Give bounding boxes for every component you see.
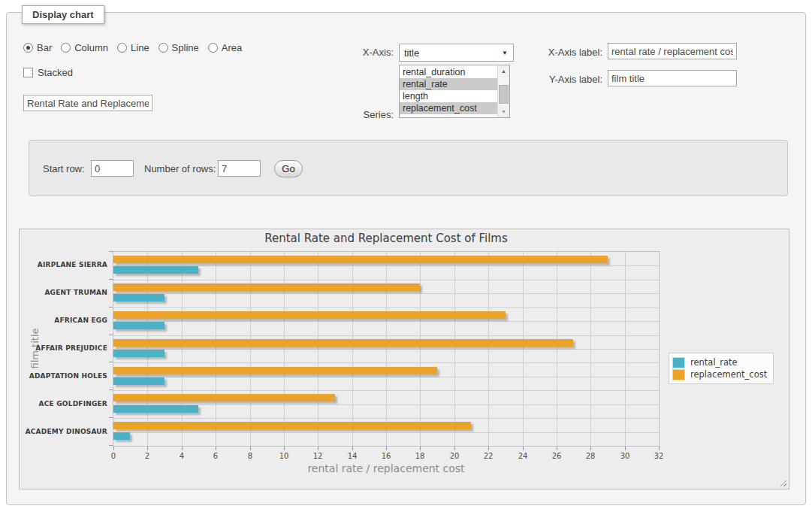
category-label: AFRICAN EGG [20,317,107,324]
category-label: AFFAIR PREJUDICE [20,344,107,352]
bar-rental_rate[interactable] [113,432,130,440]
gridline-horizontal [113,280,659,280]
x-tick-mark [590,447,591,450]
legend-swatch-rental_rate [673,358,684,368]
x-tick-mark [250,447,251,450]
bar-rental_rate[interactable] [113,266,198,274]
bar-replacement_cost[interactable] [113,394,335,401]
x-axis-label-input[interactable] [608,43,737,59]
y-tick-mark [109,251,113,252]
x-tick-mark [147,447,148,450]
x-tick-mark [420,447,421,450]
gridline-horizontal [113,335,659,336]
display-chart-fieldset: Display chart BarColumnLineSplineArea St… [6,12,806,505]
x-tick-label: 32 [654,452,664,460]
bar-rental_rate[interactable] [113,377,165,385]
legend-item: replacement_cost [673,368,767,380]
y-tick-mark [109,307,113,308]
gridline-horizontal [113,418,659,419]
gridline-horizontal [113,377,659,377]
chart-type-option-label: Bar [37,42,52,53]
chart-type-option-line[interactable]: Line [117,42,149,53]
legend-swatch-replacement_cost [673,370,684,380]
chart-type-option-spline[interactable]: Spline [158,42,199,53]
series-option-length[interactable]: length [400,90,497,102]
chart-type-option-area[interactable]: Area [208,42,242,53]
start-row-input[interactable] [91,160,134,177]
bar-rental_rate[interactable] [113,350,165,357]
chart-title: Rental Rate and Replacement Cost of Film… [113,232,660,245]
x-tick-label: 16 [382,452,391,460]
x-tick-mark [216,447,216,450]
x-tick-label: 24 [518,452,528,460]
resize-handle-icon[interactable] [779,479,786,486]
x-tick-label: 20 [450,452,460,460]
chart-type-option-bar[interactable]: Bar [23,42,52,53]
bar-replacement_cost[interactable] [113,367,437,374]
x-tick-label: 6 [213,452,218,460]
gridline-horizontal [113,362,659,363]
radio-button-icon[interactable] [208,43,218,53]
go-button[interactable]: Go [274,160,303,177]
scroll-down-icon[interactable]: ▼ [498,106,509,117]
bar-rental_rate[interactable] [113,322,165,329]
bar-rental_rate[interactable] [113,294,165,301]
x-tick-label: 28 [586,452,596,460]
x-tick-mark [557,447,557,450]
series-multiselect[interactable]: rental_durationrental_ratelengthreplacem… [399,65,510,118]
gridline-horizontal [113,308,659,308]
x-tick-mark [386,447,387,450]
x-tick-label: 2 [145,452,149,460]
chart-type-option-label: Line [131,42,149,53]
number-of-rows-label: Number of rows: [144,163,216,174]
bar-replacement_cost[interactable] [113,339,573,347]
x-tick-mark [182,447,183,450]
y-axis-label-caption: Y-Axis label: [465,74,602,85]
y-tick-mark [109,279,113,280]
x-axis-selected-value: title [404,47,419,59]
x-tick-mark [113,447,114,450]
x-tick-label: 26 [552,452,562,460]
x-tick-label: 30 [620,452,630,460]
chart-type-radio-group: BarColumnLineSplineArea [23,42,251,53]
stacked-checkbox[interactable] [23,68,33,77]
chart-legend: rental_ratereplacement_cost [669,353,774,384]
legend-label: rental_rate [690,357,738,368]
bar-rental_rate[interactable] [113,405,198,413]
radio-button-icon[interactable] [61,43,71,53]
gridline-horizontal [113,432,659,433]
chart-type-option-column[interactable]: Column [61,42,108,53]
x-tick-label: 18 [415,452,425,460]
y-axis-label-input[interactable] [608,70,737,86]
x-tick-mark [625,447,626,450]
radio-button-icon[interactable] [117,43,127,53]
x-axis-field-label: X-Axis: [307,47,394,58]
scrollbar-thumb[interactable] [499,85,509,104]
start-row-label: Start row: [43,163,85,174]
x-tick-mark [659,447,660,450]
number-of-rows-input[interactable] [218,160,261,177]
y-tick-mark [109,335,113,335]
x-tick-label: 8 [248,452,252,460]
bar-replacement_cost[interactable] [113,311,506,319]
series-option-replacement_cost[interactable]: replacement_cost [400,102,497,114]
bar-replacement_cost[interactable] [113,422,471,429]
x-tick-label: 4 [180,452,184,460]
gridline-horizontal [113,321,659,322]
bar-replacement_cost[interactable] [113,256,608,263]
radio-button-icon[interactable] [158,43,168,53]
y-tick-mark [109,362,113,362]
chart-title-input[interactable] [23,95,152,111]
bar-replacement_cost[interactable] [113,283,420,291]
legend-item: rental_rate [673,356,767,368]
x-tick-mark [352,447,353,450]
x-axis-label-caption: X-Axis label: [465,47,602,58]
row-range-panel: Start row: Number of rows: Go [29,140,788,196]
stacked-checkbox-row[interactable]: Stacked [23,67,73,78]
radio-button-icon[interactable] [23,43,33,53]
legend-label: replacement_cost [690,369,767,380]
category-label: ACE GOLDFINGER [20,400,107,407]
chart-type-option-label: Spline [172,42,199,53]
x-tick-mark [523,447,524,450]
y-tick-mark [109,389,113,390]
